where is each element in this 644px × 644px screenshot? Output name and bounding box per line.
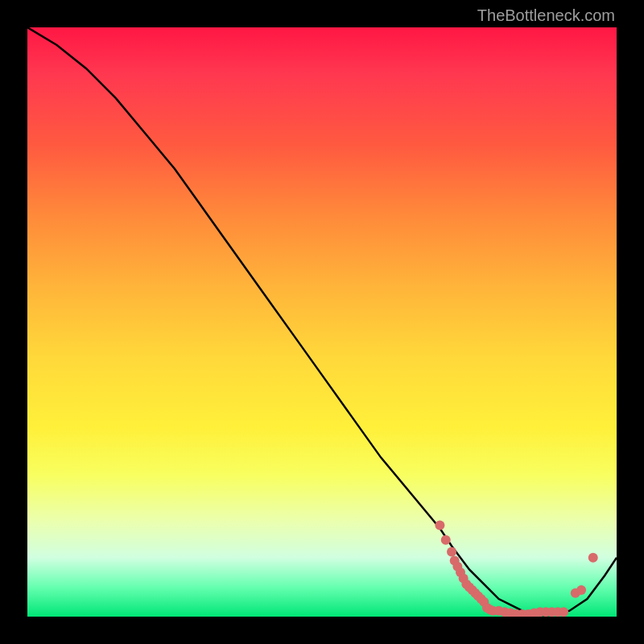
plot-area — [27, 27, 617, 617]
chart-svg — [27, 27, 617, 617]
scatter-group — [435, 521, 597, 617]
scatter-point — [441, 535, 451, 545]
scatter-point — [447, 547, 456, 556]
scatter-point — [559, 607, 568, 617]
attribution-label: TheBottleneck.com — [477, 6, 615, 25]
scatter-point — [576, 585, 586, 595]
scatter-point — [588, 553, 598, 563]
scatter-point — [435, 521, 444, 530]
curve-line — [27, 27, 617, 616]
